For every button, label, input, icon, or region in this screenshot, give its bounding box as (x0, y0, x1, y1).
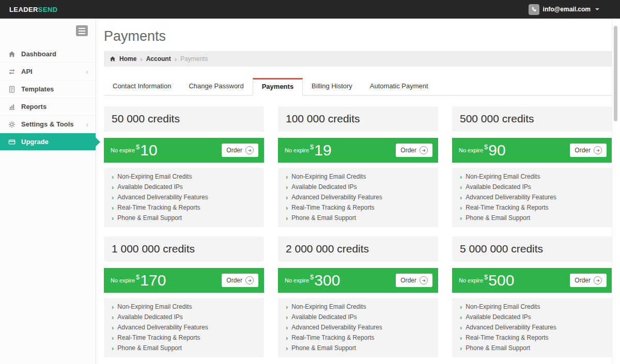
chevron-right-icon (460, 335, 462, 341)
card-credits: 2 000 000 credits (278, 236, 438, 262)
card-price-band: No expire $ 10 Order (104, 138, 264, 163)
file-icon (7, 86, 16, 93)
feature-label: Non-Expiring Email Credits (291, 303, 366, 311)
feature-label: Non-Expiring Email Credits (466, 172, 540, 181)
chevron-right-icon (286, 314, 288, 321)
chevron-right-icon (460, 215, 462, 221)
sidebar-item-settings-tools[interactable]: Settings & Tools (0, 116, 96, 133)
tab-billing-history[interactable]: Billing History (303, 78, 361, 95)
feature-item: Advanced Deliverability Features (104, 322, 264, 333)
feature-item: Non-Expiring Email Credits (452, 171, 612, 182)
order-label: Order (575, 277, 591, 284)
price-value: 170 (140, 273, 166, 288)
no-expire-label: No expire (285, 277, 309, 283)
chevron-right-icon (112, 194, 114, 201)
order-label: Order (400, 147, 416, 154)
arrow-right-circle-icon (420, 146, 428, 154)
chevron-right-icon (286, 173, 288, 180)
feature-label: Real-Time Tracking & Reports (117, 334, 200, 342)
feature-item: Real-Time Tracking & Reports (452, 333, 612, 343)
order-label: Order (400, 277, 416, 284)
pricing-card: 2 000 000 credits No expire $ 300 Order … (278, 236, 438, 357)
feature-item: Non-Expiring Email Credits (278, 302, 438, 312)
feature-label: Real-Time Tracking & Reports (291, 334, 374, 342)
feature-item: Advanced Deliverability Features (452, 192, 612, 202)
order-button[interactable]: Order (396, 144, 432, 157)
order-button[interactable]: Order (396, 274, 432, 287)
chevron-right-icon (112, 314, 114, 321)
sidebar-item-upgrade[interactable]: Upgrade (0, 133, 96, 150)
card-credits: 5 000 000 credits (452, 236, 612, 262)
arrow-right-circle-icon (594, 146, 602, 154)
sidebar-item-label: Templates (21, 85, 88, 93)
chevron-right-icon (460, 204, 462, 211)
card-price-band: No expire $ 19 Order (278, 138, 438, 163)
no-expire-label: No expire (459, 277, 483, 283)
chevron-right-icon (460, 345, 462, 352)
feature-label: Phone & Email Support (466, 214, 530, 222)
feature-label: Real-Time Tracking & Reports (117, 203, 200, 212)
currency-symbol: $ (484, 143, 488, 151)
tab-automatic-payment[interactable]: Automatic Payment (361, 78, 437, 95)
feature-item: Real-Time Tracking & Reports (452, 202, 612, 213)
arrow-right-circle-icon (594, 276, 602, 284)
feature-label: Phone & Email Support (117, 344, 182, 352)
pricing-card: 5 000 000 credits No expire $ 500 Order … (452, 236, 612, 357)
feature-label: Available Dedicated IPs (117, 313, 183, 321)
chevron-right-icon (286, 304, 288, 310)
tab-payments[interactable]: Payments (253, 78, 303, 96)
sidebar-item-label: Reports (21, 103, 88, 110)
feature-item: Non-Expiring Email Credits (104, 302, 264, 312)
chevron-right-icon (112, 345, 114, 352)
price-value: 500 (488, 273, 514, 288)
sidebar-item-api[interactable]: API (0, 63, 96, 81)
chevron-right-icon (175, 55, 177, 63)
price-value: 90 (488, 143, 505, 158)
sidebar-menu: Dashboard API Templates Reports Settings… (0, 45, 96, 150)
order-button[interactable]: Order (222, 274, 258, 287)
feature-label: Phone & Email Support (291, 344, 356, 352)
chevron-right-icon (286, 345, 288, 352)
card-price-band: No expire $ 170 Order (104, 268, 264, 293)
sidebar-item-reports[interactable]: Reports (0, 98, 96, 116)
feature-label: Advanced Deliverability Features (117, 193, 208, 201)
tabs: Contact Information Change Password Paym… (104, 78, 612, 96)
sidebar-item-dashboard[interactable]: Dashboard (0, 45, 96, 63)
bar-chart-icon (7, 103, 16, 110)
breadcrumb-home[interactable]: Home (119, 55, 136, 62)
currency-symbol: $ (310, 273, 314, 281)
order-label: Order (575, 147, 591, 154)
card-price-band: No expire $ 90 Order (452, 138, 612, 163)
feature-list: Non-Expiring Email Credits Available Ded… (452, 168, 612, 227)
no-expire-label: No expire (111, 277, 135, 283)
chevron-left-icon (86, 68, 88, 75)
feature-item: Non-Expiring Email Credits (278, 171, 438, 182)
order-label: Order (226, 277, 242, 284)
feature-label: Advanced Deliverability Features (291, 193, 382, 201)
brand-logo[interactable]: LEADERSEND (9, 6, 58, 13)
chevron-right-icon (286, 204, 288, 211)
tab-change-password[interactable]: Change Password (180, 78, 252, 95)
currency-symbol: $ (310, 143, 314, 151)
feature-label: Advanced Deliverability Features (291, 323, 382, 331)
hamburger-icon[interactable] (76, 25, 88, 36)
scrollbar-thumb[interactable] (614, 26, 617, 121)
feature-label: Non-Expiring Email Credits (291, 172, 366, 181)
scrollbar-track[interactable] (612, 19, 620, 364)
feature-list: Non-Expiring Email Credits Available Ded… (104, 168, 264, 227)
feature-item: Phone & Email Support (104, 213, 264, 223)
pricing-grid: 50 000 credits No expire $ 10 Order Non-… (104, 106, 612, 357)
chevron-right-icon (112, 324, 114, 331)
chevron-down-icon (595, 8, 599, 10)
order-button[interactable]: Order (570, 144, 607, 157)
card-credits: 50 000 credits (104, 106, 264, 132)
breadcrumb-account[interactable]: Account (146, 55, 171, 62)
chevron-right-icon (286, 215, 288, 221)
tab-contact-information[interactable]: Contact Information (104, 78, 180, 95)
feature-item: Real-Time Tracking & Reports (278, 202, 438, 213)
arrow-right-circle-icon (245, 146, 254, 154)
order-button[interactable]: Order (222, 144, 258, 157)
account-menu[interactable]: info@email.com (529, 4, 599, 15)
order-button[interactable]: Order (570, 274, 607, 287)
sidebar-item-templates[interactable]: Templates (0, 81, 96, 98)
